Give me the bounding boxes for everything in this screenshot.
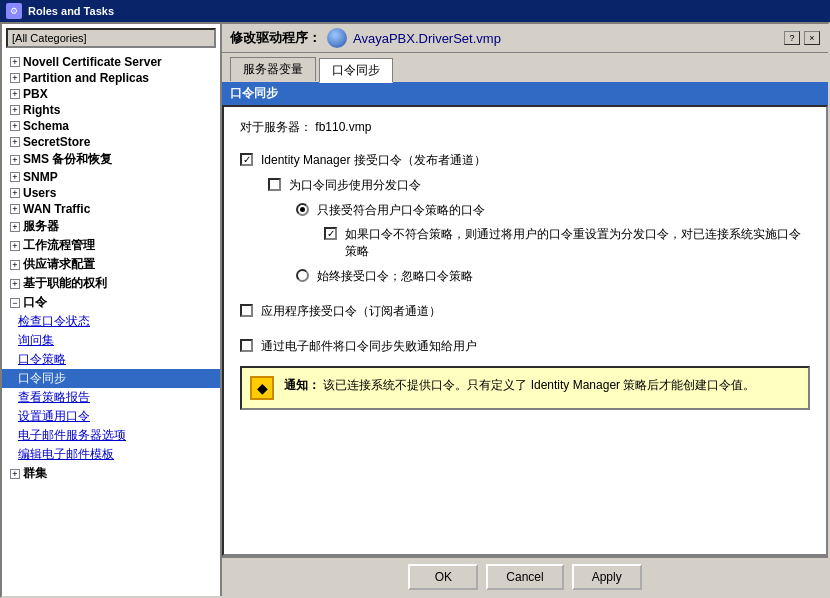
expand-icon[interactable]: + [10, 279, 20, 289]
driver-title-label: 修改驱动程序： [230, 29, 321, 47]
sidebar-item-set-universal[interactable]: 设置通用口令 [2, 407, 220, 426]
server-label: 对于服务器： fb110.vmp [240, 119, 810, 136]
expand-icon[interactable]: + [10, 188, 20, 198]
only-compliant-radio[interactable] [296, 203, 309, 216]
driver-close-button[interactable]: × [804, 31, 820, 45]
reset-noncompliant-row: 如果口令不符合策略，则通过将用户的口令重设置为分发口令，对已连接系统实施口令策略 [324, 226, 810, 260]
sidebar-item-query-set[interactable]: 询问集 [2, 331, 220, 350]
sidebar-item-password[interactable]: −口令 [2, 293, 220, 312]
notify-email-label: 通过电子邮件将口令同步失败通知给用户 [261, 338, 477, 355]
title-icon: ⚙ [6, 3, 22, 19]
always-accept-row: 始终接受口令；忽略口令策略 [296, 268, 810, 285]
app-accept-label: 应用程序接受口令（订阅者通道） [261, 303, 441, 320]
notice-bold-text: 通知： [284, 378, 320, 392]
expand-icon[interactable]: + [10, 57, 20, 67]
sidebar-item-rights[interactable]: +Rights [2, 102, 220, 118]
app-accept-row: 应用程序接受口令（订阅者通道） [240, 303, 810, 320]
sidebar: [All Categories] +Novell Certificate Ser… [2, 24, 222, 596]
sidebar-item-sms[interactable]: +SMS 备份和恢复 [2, 150, 220, 169]
tab-bar: 服务器变量 口令同步 [222, 53, 828, 82]
driver-help-button[interactable]: ? [784, 31, 800, 45]
expand-icon[interactable]: + [10, 260, 20, 270]
driver-name: AvayaPBX.DriverSet.vmp [353, 31, 501, 46]
idm-accept-row: Identity Manager 接受口令（发布者通道） [240, 152, 810, 169]
sidebar-item-wan-traffic[interactable]: +WAN Traffic [2, 201, 220, 217]
app-accept-checkbox[interactable] [240, 304, 253, 317]
sidebar-item-snmp[interactable]: +SNMP [2, 169, 220, 185]
ok-button[interactable]: OK [408, 564, 478, 590]
expand-icon[interactable]: + [10, 222, 20, 232]
content-area: 修改驱动程序： AvayaPBX.DriverSet.vmp ? × 服务器变量… [222, 24, 828, 596]
sidebar-item-check-status[interactable]: 检查口令状态 [2, 312, 220, 331]
content-panel: 对于服务器： fb110.vmp Identity Manager 接受口令（发… [222, 105, 828, 556]
expand-icon[interactable]: + [10, 121, 20, 131]
sidebar-item-password-policy[interactable]: 口令策略 [2, 350, 220, 369]
notice-body-text: 该已连接系统不提供口令。只有定义了 Identity Manager 策略后才能… [323, 378, 755, 392]
notice-text: 通知： 该已连接系统不提供口令。只有定义了 Identity Manager 策… [284, 376, 755, 394]
always-accept-label: 始终接受口令；忽略口令策略 [317, 268, 473, 285]
expand-icon[interactable]: + [10, 469, 20, 479]
always-accept-radio[interactable] [296, 269, 309, 282]
reset-noncompliant-label: 如果口令不符合策略，则通过将用户的口令重设置为分发口令，对已连接系统实施口令策略 [345, 226, 810, 260]
use-distribution-checkbox[interactable] [268, 178, 281, 191]
notice-icon: ◆ [250, 376, 274, 400]
sidebar-item-users[interactable]: +Users [2, 185, 220, 201]
sidebar-item-schema[interactable]: +Schema [2, 118, 220, 134]
sidebar-dropdown[interactable]: [All Categories] [6, 28, 216, 48]
sidebar-item-group[interactable]: +群集 [2, 464, 220, 483]
button-bar: OK Cancel Apply [222, 556, 828, 596]
sidebar-item-role-based[interactable]: +基于职能的权利 [2, 274, 220, 293]
driver-icon [327, 28, 347, 48]
apply-button[interactable]: Apply [572, 564, 642, 590]
section-header: 口令同步 [222, 82, 828, 105]
only-compliant-row: 只接受符合用户口令策略的口令 [296, 202, 810, 219]
notice-box: ◆ 通知： 该已连接系统不提供口令。只有定义了 Identity Manager… [240, 366, 810, 410]
sidebar-item-secretstore[interactable]: +SecretStore [2, 134, 220, 150]
idm-accept-label: Identity Manager 接受口令（发布者通道） [261, 152, 486, 169]
reset-noncompliant-checkbox[interactable] [324, 227, 337, 240]
use-distribution-row: 为口令同步使用分发口令 [268, 177, 810, 194]
sidebar-tree: +Novell Certificate Server+Partition and… [2, 52, 220, 596]
expand-icon[interactable]: + [10, 241, 20, 251]
idm-accept-checkbox[interactable] [240, 153, 253, 166]
sidebar-item-supplier[interactable]: +供应请求配置 [2, 255, 220, 274]
expand-icon[interactable]: + [10, 137, 20, 147]
sidebar-item-pbx[interactable]: +PBX [2, 86, 220, 102]
title-bar-text: Roles and Tasks [28, 5, 114, 17]
tab-sync-password[interactable]: 口令同步 [319, 58, 393, 83]
main-layout: [All Categories] +Novell Certificate Ser… [0, 22, 830, 598]
cancel-button[interactable]: Cancel [486, 564, 563, 590]
expand-icon[interactable]: + [10, 172, 20, 182]
sidebar-item-email-template[interactable]: 编辑电子邮件模板 [2, 445, 220, 464]
sidebar-item-novell-cert[interactable]: +Novell Certificate Server [2, 54, 220, 70]
expand-icon[interactable]: + [10, 204, 20, 214]
notify-email-checkbox[interactable] [240, 339, 253, 352]
expand-icon[interactable]: + [10, 89, 20, 99]
driver-buttons: ? × [784, 31, 820, 45]
use-distribution-label: 为口令同步使用分发口令 [289, 177, 421, 194]
only-compliant-label: 只接受符合用户口令策略的口令 [317, 202, 485, 219]
title-bar: ⚙ Roles and Tasks [0, 0, 830, 22]
driver-header: 修改驱动程序： AvayaPBX.DriverSet.vmp ? × [222, 24, 828, 53]
collapse-icon[interactable]: − [10, 298, 20, 308]
sidebar-item-sync-password[interactable]: 口令同步 [2, 369, 220, 388]
notify-email-row: 通过电子邮件将口令同步失败通知给用户 [240, 338, 810, 355]
expand-icon[interactable]: + [10, 73, 20, 83]
sidebar-item-view-policy[interactable]: 查看策略报告 [2, 388, 220, 407]
sidebar-item-workflow[interactable]: +工作流程管理 [2, 236, 220, 255]
tab-server-vars[interactable]: 服务器变量 [230, 57, 316, 81]
sidebar-item-server[interactable]: +服务器 [2, 217, 220, 236]
sidebar-item-partition-replicas[interactable]: +Partition and Replicas [2, 70, 220, 86]
expand-icon[interactable]: + [10, 155, 20, 165]
sidebar-item-email-service[interactable]: 电子邮件服务器选项 [2, 426, 220, 445]
expand-icon[interactable]: + [10, 105, 20, 115]
